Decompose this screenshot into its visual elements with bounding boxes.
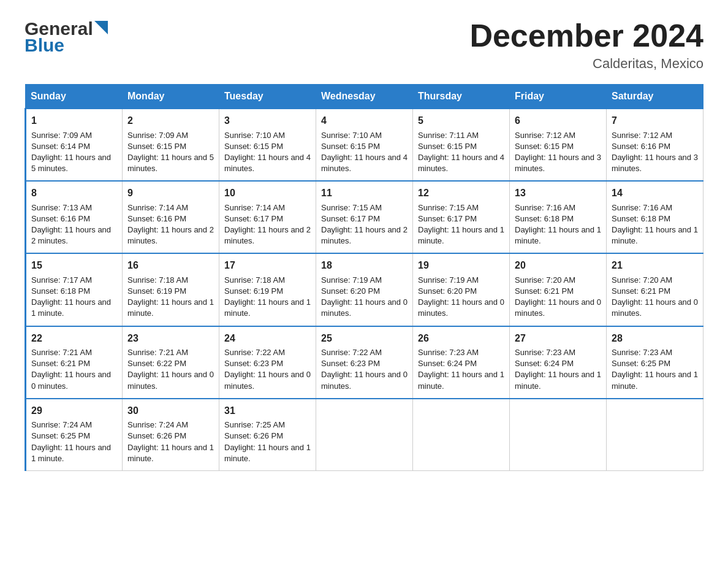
calendar-week-3: 15Sunrise: 7:17 AMSunset: 6:18 PMDayligh… (26, 253, 703, 326)
sunrise-text: Sunrise: 7:12 AM (612, 131, 672, 140)
sunset-text: Sunset: 6:19 PM (127, 286, 186, 296)
sunset-text: Sunset: 6:25 PM (31, 431, 90, 440)
daylight-text: Daylight: 11 hours and 5 minutes. (127, 153, 214, 173)
calendar-cell: 31Sunrise: 7:25 AMSunset: 6:26 PMDayligh… (219, 399, 316, 471)
sunset-text: Sunset: 6:16 PM (612, 142, 670, 151)
location-text: Calderitas, Mexico (469, 56, 703, 72)
daylight-text: Daylight: 11 hours and 3 minutes. (612, 153, 698, 173)
daylight-text: Daylight: 11 hours and 1 minute. (127, 443, 214, 463)
sunrise-text: Sunrise: 7:19 AM (418, 275, 479, 285)
logo: General Blue (25, 18, 108, 55)
daylight-text: Daylight: 11 hours and 0 minutes. (321, 370, 408, 390)
day-number: 20 (515, 259, 601, 272)
sunrise-text: Sunrise: 7:14 AM (127, 203, 188, 212)
day-number: 9 (127, 186, 214, 200)
daylight-text: Daylight: 11 hours and 4 minutes. (418, 153, 504, 173)
sunset-text: Sunset: 6:14 PM (31, 142, 90, 151)
daylight-text: Daylight: 11 hours and 1 minute. (515, 225, 601, 245)
header-wednesday: Wednesday (316, 85, 413, 109)
day-number: 4 (321, 114, 408, 128)
sunset-text: Sunset: 6:18 PM (515, 214, 574, 223)
day-number: 26 (418, 332, 504, 345)
daylight-text: Daylight: 11 hours and 1 minute. (612, 225, 698, 245)
sunrise-text: Sunrise: 7:21 AM (31, 348, 92, 357)
daylight-text: Daylight: 11 hours and 4 minutes. (321, 153, 408, 173)
sunset-text: Sunset: 6:24 PM (515, 359, 574, 368)
sunset-text: Sunset: 6:16 PM (31, 214, 90, 223)
daylight-text: Daylight: 11 hours and 2 minutes. (224, 225, 311, 245)
day-number: 15 (31, 259, 117, 272)
sunset-text: Sunset: 6:17 PM (224, 214, 283, 223)
calendar-cell: 16Sunrise: 7:18 AMSunset: 6:19 PMDayligh… (123, 253, 219, 326)
calendar-cell: 25Sunrise: 7:22 AMSunset: 6:23 PMDayligh… (316, 326, 413, 399)
calendar-week-2: 8Sunrise: 7:13 AMSunset: 6:16 PMDaylight… (26, 181, 703, 253)
sunrise-text: Sunrise: 7:23 AM (612, 348, 672, 357)
daylight-text: Daylight: 11 hours and 1 minute. (612, 370, 698, 390)
day-number: 23 (127, 332, 214, 345)
sunrise-text: Sunrise: 7:09 AM (127, 131, 188, 140)
calendar-cell: 29Sunrise: 7:24 AMSunset: 6:25 PMDayligh… (26, 399, 123, 471)
calendar-cell: 17Sunrise: 7:18 AMSunset: 6:19 PMDayligh… (219, 253, 316, 326)
calendar-cell: 5Sunrise: 7:11 AMSunset: 6:15 PMDaylight… (413, 109, 510, 181)
sunset-text: Sunset: 6:26 PM (224, 431, 283, 440)
calendar-cell: 8Sunrise: 7:13 AMSunset: 6:16 PMDaylight… (26, 181, 123, 253)
sunrise-text: Sunrise: 7:22 AM (224, 348, 285, 357)
sunset-text: Sunset: 6:15 PM (418, 142, 477, 151)
daylight-text: Daylight: 11 hours and 1 minute. (224, 297, 311, 318)
calendar-cell: 18Sunrise: 7:19 AMSunset: 6:20 PMDayligh… (316, 253, 413, 326)
daylight-text: Daylight: 11 hours and 1 minute. (515, 370, 601, 390)
day-number: 22 (31, 332, 117, 345)
sunset-text: Sunset: 6:19 PM (224, 286, 283, 296)
sunset-text: Sunset: 6:18 PM (612, 214, 670, 223)
sunrise-text: Sunrise: 7:14 AM (224, 203, 285, 212)
day-number: 19 (418, 259, 504, 272)
calendar-cell: 15Sunrise: 7:17 AMSunset: 6:18 PMDayligh… (26, 253, 123, 326)
day-number: 13 (515, 186, 601, 200)
daylight-text: Daylight: 11 hours and 5 minutes. (31, 153, 111, 173)
sunset-text: Sunset: 6:16 PM (127, 214, 186, 223)
calendar-cell: 20Sunrise: 7:20 AMSunset: 6:21 PMDayligh… (510, 253, 607, 326)
calendar-cell: 21Sunrise: 7:20 AMSunset: 6:21 PMDayligh… (607, 253, 703, 326)
day-number: 10 (224, 186, 311, 200)
calendar-cell: 10Sunrise: 7:14 AMSunset: 6:17 PMDayligh… (219, 181, 316, 253)
sunset-text: Sunset: 6:23 PM (224, 359, 283, 368)
sunrise-text: Sunrise: 7:15 AM (418, 203, 479, 212)
sunrise-text: Sunrise: 7:15 AM (321, 203, 382, 212)
sunset-text: Sunset: 6:15 PM (224, 142, 283, 151)
calendar-cell: 9Sunrise: 7:14 AMSunset: 6:16 PMDaylight… (123, 181, 219, 253)
calendar-week-5: 29Sunrise: 7:24 AMSunset: 6:25 PMDayligh… (26, 399, 703, 471)
day-number: 3 (224, 114, 311, 128)
sunrise-text: Sunrise: 7:17 AM (31, 275, 92, 285)
calendar-cell: 26Sunrise: 7:23 AMSunset: 6:24 PMDayligh… (413, 326, 510, 399)
title-area: December 2024 Calderitas, Mexico (469, 18, 703, 72)
calendar-table: SundayMondayTuesdayWednesdayThursdayFrid… (25, 84, 703, 471)
calendar-cell: 2Sunrise: 7:09 AMSunset: 6:15 PMDaylight… (123, 109, 219, 181)
calendar-cell: 27Sunrise: 7:23 AMSunset: 6:24 PMDayligh… (510, 326, 607, 399)
sunset-text: Sunset: 6:26 PM (127, 431, 186, 440)
daylight-text: Daylight: 11 hours and 0 minutes. (321, 297, 408, 318)
header-saturday: Saturday (607, 85, 703, 109)
calendar-cell: 28Sunrise: 7:23 AMSunset: 6:25 PMDayligh… (607, 326, 703, 399)
daylight-text: Daylight: 11 hours and 4 minutes. (224, 153, 311, 173)
logo-blue-text: Blue (25, 35, 64, 55)
calendar-cell (316, 399, 413, 471)
calendar-cell: 19Sunrise: 7:19 AMSunset: 6:20 PMDayligh… (413, 253, 510, 326)
daylight-text: Daylight: 11 hours and 1 minute. (127, 297, 214, 318)
day-number: 31 (224, 404, 311, 418)
calendar-header-row: SundayMondayTuesdayWednesdayThursdayFrid… (26, 85, 703, 109)
sunset-text: Sunset: 6:18 PM (31, 286, 90, 296)
day-number: 29 (31, 404, 117, 418)
calendar-cell: 3Sunrise: 7:10 AMSunset: 6:15 PMDaylight… (219, 109, 316, 181)
daylight-text: Daylight: 11 hours and 2 minutes. (321, 225, 408, 245)
sunrise-text: Sunrise: 7:20 AM (515, 275, 575, 285)
sunset-text: Sunset: 6:17 PM (418, 214, 477, 223)
sunrise-text: Sunrise: 7:16 AM (612, 203, 672, 212)
header-tuesday: Tuesday (219, 85, 316, 109)
daylight-text: Daylight: 11 hours and 0 minutes. (31, 370, 111, 390)
sunset-text: Sunset: 6:22 PM (127, 359, 186, 368)
day-number: 2 (127, 114, 214, 128)
header-thursday: Thursday (413, 85, 510, 109)
daylight-text: Daylight: 11 hours and 0 minutes. (418, 297, 504, 318)
calendar-cell: 11Sunrise: 7:15 AMSunset: 6:17 PMDayligh… (316, 181, 413, 253)
sunset-text: Sunset: 6:25 PM (612, 359, 670, 368)
